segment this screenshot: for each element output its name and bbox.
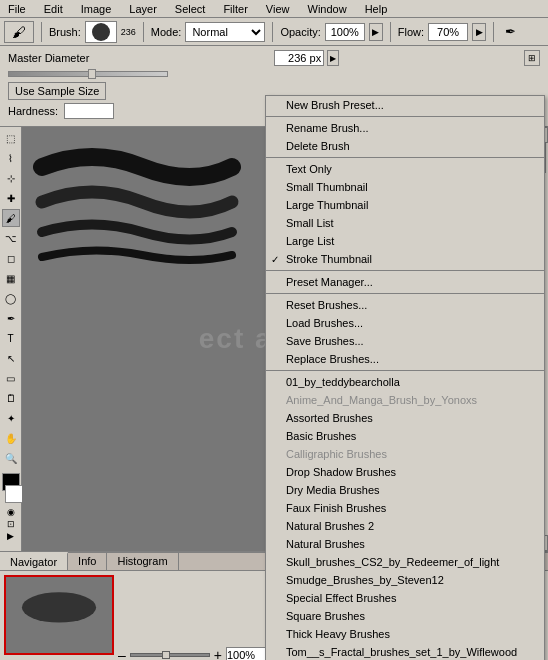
imageready-icon[interactable]: ▶ — [7, 531, 14, 541]
use-sample-size-btn[interactable]: Use Sample Size — [8, 82, 106, 100]
menu-item-dry-media-brushes[interactable]: Dry Media Brushes — [266, 481, 544, 499]
menu-help[interactable]: Help — [361, 2, 392, 16]
menu-item-large-list[interactable]: Large List — [266, 232, 544, 250]
nav-preview-inner — [6, 577, 112, 653]
menu-item-skull-brushes[interactable]: Skull_brushes_CS2_by_Redeemer_of_light — [266, 553, 544, 571]
background-color[interactable] — [5, 485, 23, 503]
tool-marquee[interactable]: ⬚ — [2, 129, 20, 147]
toolbar-separator-2 — [143, 22, 144, 42]
diameter-slider-thumb[interactable] — [88, 69, 96, 79]
tool-pen[interactable]: ✒ — [2, 309, 20, 327]
tool-zoom[interactable]: 🔍 — [2, 449, 20, 467]
menu-item-load-brushes[interactable]: Load Brushes... — [266, 314, 544, 332]
menu-item-replace-brushes[interactable]: Replace Brushes... — [266, 350, 544, 368]
menu-filter[interactable]: Filter — [219, 2, 251, 16]
menu-item-natural-brushes-2[interactable]: Natural Brushes 2 — [266, 517, 544, 535]
menu-item-thick-heavy-brushes[interactable]: Thick Heavy Brushes — [266, 625, 544, 643]
opacity-input[interactable] — [325, 23, 365, 41]
menu-view[interactable]: View — [262, 2, 294, 16]
menu-item-smudge-brushes[interactable]: Smudge_Brushes_by_Steven12 — [266, 571, 544, 589]
tool-brush[interactable]: 🖌 — [2, 209, 20, 227]
menu-item-basic-brushes[interactable]: Basic Brushes — [266, 427, 544, 445]
zoom-slider-thumb[interactable] — [162, 651, 170, 659]
menu-item-anime-and-manga: Anime_And_Manga_Brush_by_Yonoxs — [266, 391, 544, 409]
mode-select[interactable]: Normal — [185, 22, 265, 42]
tool-shape[interactable]: ▭ — [2, 369, 20, 387]
brush-circle-preview — [92, 23, 110, 41]
tool-notes[interactable]: 🗒 — [2, 389, 20, 407]
menu-item-rename-brush[interactable]: Rename Brush... — [266, 119, 544, 137]
menu-image[interactable]: Image — [77, 2, 116, 16]
menu-item-small-list[interactable]: Small List — [266, 214, 544, 232]
dropdown-menu: New Brush Preset...Rename Brush...Delete… — [265, 95, 545, 660]
master-diameter-label: Master Diameter — [8, 52, 89, 64]
menu-item-text-only[interactable]: Text Only — [266, 160, 544, 178]
menu-separator — [266, 270, 544, 271]
tool-eyedropper[interactable]: ✦ — [2, 409, 20, 427]
menu-item-new-brush-preset[interactable]: New Brush Preset... — [266, 96, 544, 114]
screen-mode-icon[interactable]: ⊡ — [7, 519, 15, 529]
toolbar-separator-3 — [272, 22, 273, 42]
opacity-arrow[interactable]: ▶ — [369, 23, 383, 41]
toolbar: 🖌 Brush: 236 Mode: Normal Opacity: ▶ Flo… — [0, 18, 548, 46]
tool-path-select[interactable]: ↖ — [2, 349, 20, 367]
menu-item-faux-finish-brushes[interactable]: Faux Finish Brushes — [266, 499, 544, 517]
tool-type[interactable]: T — [2, 329, 20, 347]
hardness-input[interactable] — [64, 103, 114, 119]
brush-preview[interactable] — [85, 21, 117, 43]
tool-gradient[interactable]: ▦ — [2, 269, 20, 287]
menu-item-large-thumbnail[interactable]: Large Thumbnail — [266, 196, 544, 214]
menu-select[interactable]: Select — [171, 2, 210, 16]
tool-hand[interactable]: ✋ — [2, 429, 20, 447]
tool-clone[interactable]: ⌥ — [2, 229, 20, 247]
tool-dodge[interactable]: ◯ — [2, 289, 20, 307]
menu-item-tom-fractal-brushes[interactable]: Tom__s_Fractal_brushes_set_1_by_Wiflewoo… — [266, 643, 544, 660]
panel-resize-btn[interactable]: ⊞ — [524, 50, 540, 66]
tab-navigator[interactable]: Navigator — [0, 552, 68, 570]
menu-item-preset-manager[interactable]: Preset Manager... — [266, 273, 544, 291]
menu-item-delete-brush[interactable]: Delete Brush — [266, 137, 544, 155]
brush-tool-icon[interactable]: 🖌 — [4, 21, 34, 43]
airbrush-btn[interactable]: ✒ — [501, 23, 519, 41]
tool-crop[interactable]: ⊹ — [2, 169, 20, 187]
flow-input[interactable] — [428, 23, 468, 41]
toolbox: ⬚ ⌇ ⊹ ✚ 🖌 ⌥ ◻ ▦ ◯ ✒ T ↖ ▭ 🗒 ✦ ✋ 🔍 ◉ ⊡ ▶ — [0, 127, 22, 551]
menu-separator — [266, 370, 544, 371]
zoom-in-btn[interactable]: + — [214, 647, 222, 660]
menu-item-square-brushes[interactable]: Square Brushes — [266, 607, 544, 625]
hardness-label: Hardness: — [8, 105, 58, 117]
menu-item-reset-brushes[interactable]: Reset Brushes... — [266, 296, 544, 314]
tool-lasso[interactable]: ⌇ — [2, 149, 20, 167]
menu-item-special-effect-brushes[interactable]: Special Effect Brushes — [266, 589, 544, 607]
menu-item-assorted-brushes[interactable]: Assorted Brushes — [266, 409, 544, 427]
menu-bar: File Edit Image Layer Select Filter View… — [0, 0, 548, 18]
diameter-slider[interactable] — [8, 71, 168, 77]
tool-heal[interactable]: ✚ — [2, 189, 20, 207]
mode-label: Mode: — [151, 26, 182, 38]
menu-item-drop-shadow-brushes[interactable]: Drop Shadow Brushes — [266, 463, 544, 481]
menu-item-save-brushes[interactable]: Save Brushes... — [266, 332, 544, 350]
menu-item-stroke-thumbnail[interactable]: Stroke Thumbnail — [266, 250, 544, 268]
tool-eraser[interactable]: ◻ — [2, 249, 20, 267]
tab-info[interactable]: Info — [68, 553, 107, 570]
menu-edit[interactable]: Edit — [40, 2, 67, 16]
menu-file[interactable]: File — [4, 2, 30, 16]
nav-preview-svg — [6, 577, 112, 653]
menu-item-small-thumbnail[interactable]: Small Thumbnail — [266, 178, 544, 196]
master-diameter-input[interactable] — [274, 50, 324, 66]
diameter-increment-btn[interactable]: ▶ — [327, 50, 339, 66]
menu-layer[interactable]: Layer — [125, 2, 161, 16]
menu-item-natural-brushes[interactable]: Natural Brushes — [266, 535, 544, 553]
zoom-value-input[interactable] — [226, 647, 266, 660]
zoom-slider[interactable] — [130, 653, 210, 657]
menu-window[interactable]: Window — [304, 2, 351, 16]
flow-arrow[interactable]: ▶ — [472, 23, 486, 41]
menu-separator — [266, 293, 544, 294]
tab-histogram[interactable]: Histogram — [107, 553, 178, 570]
quick-mask-icon[interactable]: ◉ — [7, 507, 15, 517]
brush-label: Brush: — [49, 26, 81, 38]
menu-item-01-by-teddybearcholla[interactable]: 01_by_teddybearcholla — [266, 373, 544, 391]
navigator-preview[interactable] — [4, 575, 114, 655]
menu-separator — [266, 157, 544, 158]
zoom-out-btn[interactable]: – — [118, 647, 126, 660]
